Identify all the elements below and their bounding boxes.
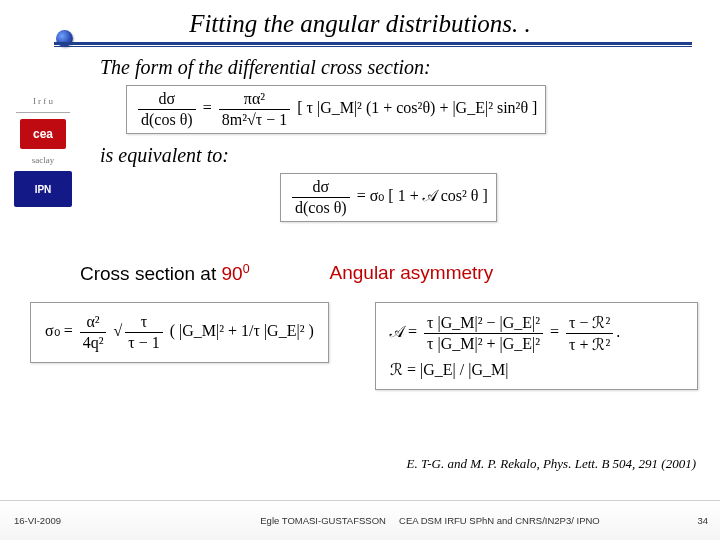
main-content: The form of the differential cross secti… xyxy=(100,56,700,232)
footer-affil: CEA DSM IRFU SPhN and CNRS/IN2P3/ IPNO xyxy=(399,515,600,526)
A-num: τ |G_M|² − |G_E|² xyxy=(424,314,543,333)
sigma0-pref-den: 4q² xyxy=(80,332,107,352)
sigma0-paren: ( |G_M|² + 1/τ |G_E|² ) xyxy=(170,322,314,339)
logo-saclay: saclay xyxy=(32,155,55,165)
A-num2: τ − ℛ² xyxy=(566,313,613,333)
sigma0-lhs: σ₀ = xyxy=(45,322,73,339)
sigma0-pref-num: α² xyxy=(80,313,107,332)
col-sigma0: σ₀ = α² 4q² √ τ τ − 1 ( |G_M|² + 1/τ |G_… xyxy=(30,296,353,373)
section-cross: Cross section at 900 xyxy=(80,262,250,285)
eq1-bracket: [ τ |G_M|² (1 + cos²θ) + |G_E|² sin²θ ] xyxy=(297,99,537,116)
R-rhs: |G_E| / |G_M| xyxy=(420,361,508,378)
section-headers: Cross section at 900 Angular asymmetry xyxy=(80,262,696,285)
section-cross-sup: 0 xyxy=(243,262,250,276)
page-title: Fitting the angular distributions. . xyxy=(28,10,692,42)
eq2-lhs-den: d(cos θ) xyxy=(292,197,350,217)
equation-sigma0: σ₀ = α² 4q² √ τ τ − 1 ( |G_M|² + 1/τ |G_… xyxy=(30,302,329,363)
eq2-bracket: [ 1 + 𝒜 cos² θ ] xyxy=(388,187,487,204)
eq2-sigma0: σ₀ xyxy=(370,187,385,204)
section-cross-exp: 90 xyxy=(222,263,243,284)
eq1-pref-den: 8m²√τ − 1 xyxy=(219,109,290,129)
equation-differential-cross-section: dσ d(cos θ) = πα² 8m²√τ − 1 [ τ |G_M|² (… xyxy=(126,85,546,134)
section-asym-label: Angular asymmetry xyxy=(330,262,494,283)
footer-author: Egle TOMASI-GUSTAFSSON xyxy=(260,515,386,526)
lower-equations: σ₀ = α² 4q² √ τ τ − 1 ( |G_M|² + 1/τ |G_… xyxy=(30,296,698,400)
section-asym: Angular asymmetry xyxy=(330,262,494,285)
footer-date: 16-VI-2009 xyxy=(14,515,61,526)
sigma0-root-den: τ − 1 xyxy=(125,332,162,352)
eq1-lhs-num: dσ xyxy=(138,90,196,109)
prose-line-1: The form of the differential cross secti… xyxy=(100,56,700,79)
footer-center: Egle TOMASI-GUSTAFSSON CEA DSM IRFU SPhN… xyxy=(200,515,660,526)
eq1-lhs-den: d(cos θ) xyxy=(138,109,196,129)
prose-line-2: is equivalent to: xyxy=(100,144,700,167)
A-lhs: 𝒜 = xyxy=(390,323,417,340)
logo-ipn: IPN xyxy=(14,171,72,207)
equation-asymmetry: 𝒜 = τ |G_M|² − |G_E|² τ |G_M|² + |G_E|² … xyxy=(375,302,698,390)
eq2-lhs-num: dσ xyxy=(292,178,350,197)
col-asym: 𝒜 = τ |G_M|² − |G_E|² τ |G_M|² + |G_E|² … xyxy=(375,296,698,400)
reference: E. T-G. and M. P. Rekalo, Phys. Lett. B … xyxy=(407,456,696,472)
eq1-pref-num: πα² xyxy=(219,90,290,109)
title-underline xyxy=(28,42,692,48)
title-bar: Fitting the angular distributions. . xyxy=(0,0,720,48)
equation-simplified: dσ d(cos θ) = σ₀ [ 1 + 𝒜 cos² θ ] xyxy=(280,173,497,222)
A-den: τ |G_M|² + |G_E|² xyxy=(424,333,543,353)
footer: 16-VI-2009 Egle TOMASI-GUSTAFSSON CEA DS… xyxy=(0,500,720,540)
section-cross-label: Cross section at xyxy=(80,263,222,284)
logo-column: I r f u cea saclay IPN xyxy=(10,96,76,207)
sigma0-root-num: τ xyxy=(125,313,162,332)
logo-sep xyxy=(16,112,70,113)
R-lhs: ℛ = xyxy=(390,361,416,378)
logo-cea: cea xyxy=(20,119,66,149)
logo-irfu: I r f u xyxy=(33,96,53,106)
footer-page-number: 34 xyxy=(697,515,708,526)
A-den2: τ + ℛ² xyxy=(566,333,613,354)
